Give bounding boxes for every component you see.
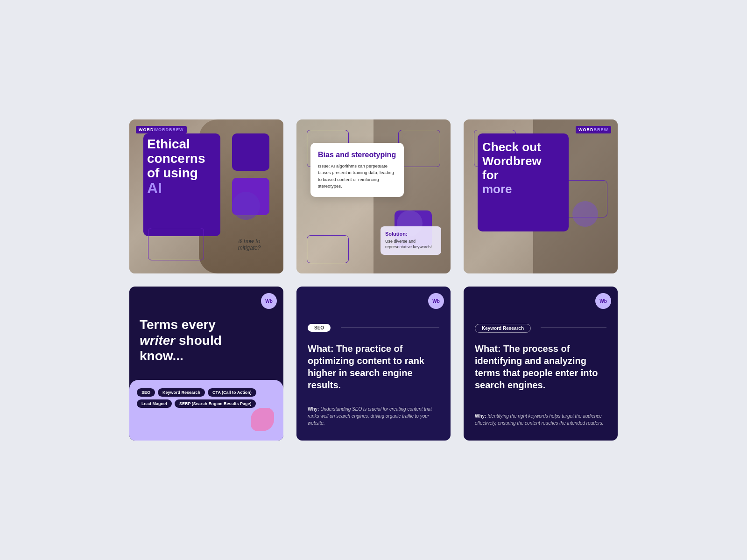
card1-title: Ethical concerns of using AI [147,137,217,197]
tag-keyword-research: Keyword Research [158,388,205,397]
card6-kw-tag: Keyword Research [475,324,531,333]
card-ethical-concerns: WORDWORDBREW Ethical concerns of using A… [129,119,283,273]
card2-white-card: Bias and stereotyping Issue: AI algorith… [310,143,404,197]
bias-body: Issue: AI algorithms can perpetuate bias… [318,163,396,189]
card4-blob [251,408,274,431]
card5-seo-tag: SEO [308,324,331,332]
tag-cta: CTA (Call to Action) [208,388,256,397]
card4-title: Terms every writer shouldknow... [140,317,252,364]
card5-why-block: Why: Understanding SEO is crucial for cr… [308,406,439,427]
card6-what-block: What: The process of identifying and ana… [475,343,606,391]
card-bias: Bias and stereotyping Issue: AI algorith… [296,119,451,273]
card3-logo: WORDBREW [576,126,611,133]
tag-serp: SERP (Search Engine Results Page) [175,399,256,408]
card3-title: Check out Wordbrew for more [482,140,564,196]
tag-lead-magnet: Lead Magnet [137,399,172,408]
solution-body: Use diverse and representative keywords! [385,238,437,250]
card-terms: Wb Terms every writer shouldknow... SEO … [129,287,283,441]
card1-logo: WORDWORDBREW [136,126,187,133]
card-keyword-research: Wb Keyword Research What: The process of… [464,287,618,441]
card5-badge: Wb [428,293,444,309]
card4-badge: Wb [261,293,277,309]
tag-seo: SEO [137,388,155,397]
card5-why-text: Why: Understanding SEO is crucial for cr… [308,406,439,427]
card6-badge: Wb [595,293,611,309]
card5-seo-line [341,327,439,328]
card6-kw-line [541,327,606,328]
card-grid: WORDWORDBREW Ethical concerns of using A… [129,119,618,441]
bias-title: Bias and stereotyping [318,150,396,159]
card5-what-title: What: The practice of optimizing content… [308,343,439,391]
card3-circle [572,201,598,227]
card6-why-text: Why: Identifying the right keywords help… [475,413,606,427]
card6-why-block: Why: Identifying the right keywords help… [475,413,606,427]
card4-tags: SEO Keyword Research CTA (Call to Action… [137,388,276,408]
card2-solution: Solution: Use diverse and representative… [381,226,441,255]
card5-what-block: What: The practice of optimizing content… [308,343,439,391]
card1-subtitle: & how to mitigate? [228,238,270,251]
card-wordbrew-promo: WORDBREW Check out Wordbrew for more [464,119,618,273]
card2-outline-bl [307,235,349,263]
card-seo-definition: Wb SEO What: The practice of optimizing … [296,287,451,441]
card2-outline-tr [398,130,440,167]
card4-bottom-panel: SEO Keyword Research CTA (Call to Action… [129,380,283,441]
solution-title: Solution: [385,231,437,237]
card1-outline-rect [148,228,204,260]
card1-purple-tr [232,133,269,171]
card1-circle [232,192,260,220]
card6-what-title: What: The process of identifying and ana… [475,343,606,391]
